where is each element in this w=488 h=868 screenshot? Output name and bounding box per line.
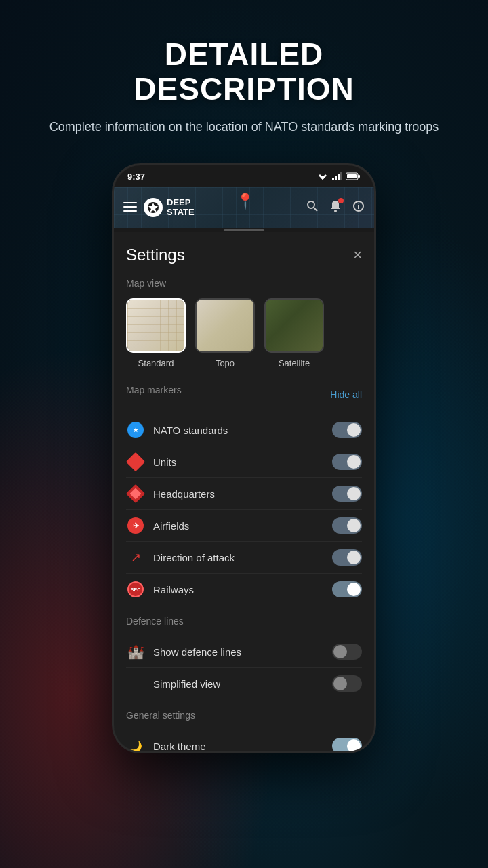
simplified-label: Simplified view bbox=[153, 678, 332, 690]
hq-diamond-icon bbox=[126, 484, 145, 503]
defence-toggle[interactable] bbox=[332, 644, 362, 660]
main-title: DETAILED DESCRIPTION bbox=[41, 37, 447, 106]
svg-rect-11 bbox=[123, 210, 137, 212]
direction-toggle[interactable] bbox=[332, 549, 362, 566]
logo-svg bbox=[147, 201, 159, 214]
svg-rect-8 bbox=[347, 174, 357, 178]
svg-rect-9 bbox=[123, 202, 137, 203]
nato-label: NATO standards bbox=[153, 425, 332, 436]
hq-toggle-knob bbox=[347, 487, 361, 500]
search-icon bbox=[306, 200, 319, 212]
svg-point-18 bbox=[359, 203, 359, 203]
simplified-view-row: Simplified view bbox=[126, 668, 362, 699]
info-button[interactable] bbox=[352, 200, 365, 216]
title-line2: DESCRIPTION bbox=[134, 71, 354, 106]
hide-all-button[interactable]: Hide all bbox=[330, 389, 362, 400]
svg-line-14 bbox=[314, 208, 317, 211]
svg-rect-7 bbox=[358, 175, 360, 178]
marker-units-row: Units bbox=[126, 446, 362, 478]
simplified-toggle-knob bbox=[333, 677, 347, 690]
topo-label: Topo bbox=[216, 358, 235, 368]
hq-icon-wrap bbox=[126, 484, 145, 503]
defence-show-row: 🏰 Show defence lines bbox=[126, 636, 362, 668]
app-header: 📍 DEEP STATE bbox=[114, 187, 374, 228]
map-view-row: Standard Topo Satellite bbox=[126, 298, 362, 368]
castle-icon-wrap: 🏰 bbox=[126, 642, 145, 661]
settings-title: Settings bbox=[126, 245, 185, 264]
standard-thumb-bg bbox=[127, 300, 184, 351]
wifi-icon bbox=[317, 172, 328, 180]
settings-header: Settings × bbox=[126, 245, 362, 264]
map-pin-icon: 📍 bbox=[236, 193, 254, 210]
phone-wrapper: 9:37 bbox=[0, 163, 488, 753]
search-button[interactable] bbox=[306, 200, 319, 216]
svg-rect-4 bbox=[338, 174, 340, 180]
app-logo: DEEP STATE bbox=[144, 198, 195, 218]
logo-text: DEEP STATE bbox=[167, 198, 195, 218]
nato-toggle-knob bbox=[347, 423, 361, 437]
battery-icon bbox=[346, 172, 361, 180]
map-markers-section: Map markers Hide all ★ NATO standards bbox=[126, 384, 362, 605]
railways-toggle-knob bbox=[347, 583, 361, 596]
markers-header: Map markers Hide all bbox=[126, 384, 362, 405]
phone-frame: 9:37 bbox=[112, 163, 376, 753]
status-bar: 9:37 bbox=[114, 165, 374, 187]
units-toggle-knob bbox=[347, 455, 361, 469]
svg-rect-3 bbox=[335, 176, 337, 180]
nato-badge: ★ bbox=[127, 422, 144, 438]
railways-label: Railways bbox=[153, 584, 332, 595]
general-settings-section: General settings 🌙 Dark theme ⊙ bbox=[126, 710, 362, 753]
settings-panel[interactable]: Settings × Map view Standard bbox=[114, 232, 374, 753]
show-defence-label: Show defence lines bbox=[153, 646, 332, 658]
airfields-label: Airfields bbox=[153, 520, 332, 532]
map-type-topo[interactable]: Topo bbox=[195, 298, 255, 368]
info-icon bbox=[352, 200, 365, 212]
defence-lines-section: Defence lines 🏰 Show defence lines Simpl… bbox=[126, 616, 362, 699]
railways-icon-wrap: SEC bbox=[126, 580, 145, 599]
moon-icon: 🌙 bbox=[129, 740, 142, 753]
close-button[interactable]: × bbox=[353, 248, 362, 262]
map-view-label: Map view bbox=[126, 278, 362, 289]
general-settings-label: General settings bbox=[126, 710, 362, 721]
top-section: DETAILED DESCRIPTION Complete informatio… bbox=[0, 0, 488, 157]
map-type-satellite[interactable]: Satellite bbox=[264, 298, 324, 368]
satellite-label: Satellite bbox=[279, 358, 310, 368]
nato-toggle[interactable] bbox=[332, 422, 362, 438]
status-icons bbox=[317, 172, 361, 180]
title-line1: DETAILED bbox=[165, 37, 324, 72]
simplified-toggle[interactable] bbox=[332, 675, 362, 692]
units-label: Units bbox=[153, 456, 332, 468]
svg-rect-10 bbox=[123, 206, 137, 208]
standard-label: Standard bbox=[138, 358, 174, 368]
svg-point-15 bbox=[334, 210, 337, 212]
units-icon-wrap bbox=[126, 452, 145, 471]
topo-thumbnail bbox=[195, 298, 255, 353]
status-time: 9:37 bbox=[127, 172, 145, 182]
direction-label: Direction of attack bbox=[153, 552, 332, 564]
dark-theme-toggle[interactable] bbox=[332, 738, 362, 753]
airfield-icon-wrap: ✈ bbox=[126, 516, 145, 535]
airfields-toggle[interactable] bbox=[332, 517, 362, 534]
units-toggle[interactable] bbox=[332, 454, 362, 470]
map-type-standard[interactable]: Standard bbox=[126, 298, 186, 368]
airfield-circle-icon: ✈ bbox=[127, 517, 144, 534]
svg-rect-2 bbox=[332, 178, 334, 180]
direction-arrow-icon: ↗ bbox=[131, 550, 141, 565]
railways-circle-icon: SEC bbox=[127, 581, 144, 597]
moon-icon-wrap: 🌙 bbox=[126, 736, 145, 753]
hq-toggle[interactable] bbox=[332, 486, 362, 502]
dark-theme-knob bbox=[347, 739, 361, 753]
logo-icon bbox=[144, 198, 163, 217]
airfields-toggle-knob bbox=[347, 519, 361, 532]
hamburger-button[interactable] bbox=[123, 201, 137, 215]
notification-button[interactable] bbox=[329, 200, 342, 216]
satellite-thumbnail bbox=[264, 298, 324, 353]
marker-direction-row: ↗ Direction of attack bbox=[126, 542, 362, 574]
castle-icon: 🏰 bbox=[127, 644, 144, 660]
direction-toggle-knob bbox=[347, 551, 361, 564]
defence-toggle-knob bbox=[333, 645, 347, 658]
marker-nato-row: ★ NATO standards bbox=[126, 414, 362, 446]
railways-toggle[interactable] bbox=[332, 581, 362, 597]
marker-railways-row: SEC Railways bbox=[126, 574, 362, 605]
standard-thumbnail bbox=[126, 298, 186, 353]
